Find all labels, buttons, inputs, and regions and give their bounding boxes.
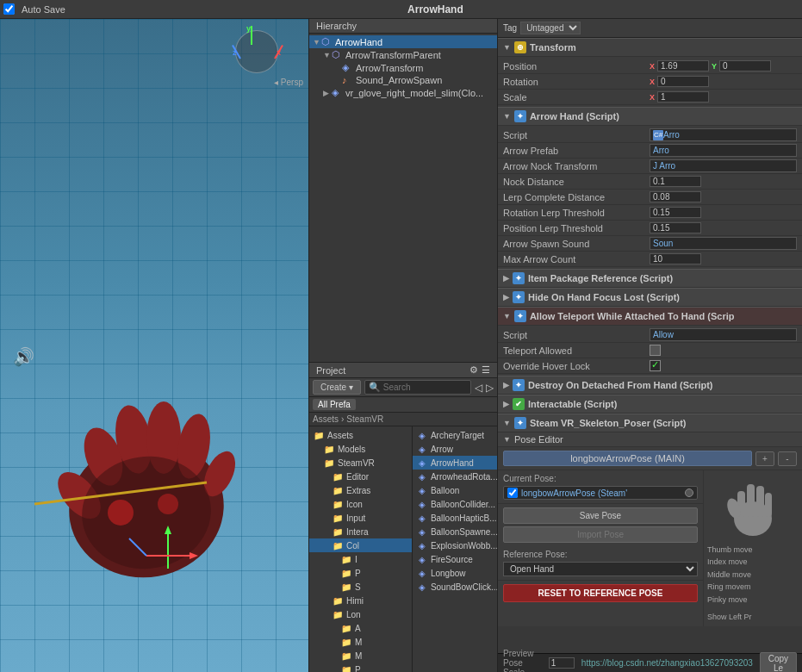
teleport-allowed-checkbox[interactable] [650, 345, 661, 356]
file-arrowheadrota[interactable]: ◈ ArrowheadRota... [413, 470, 497, 483]
inspector-body[interactable]: ▼ ⊕ Transform Position X Y Rotation [498, 38, 802, 653]
position-y[interactable] [719, 60, 771, 72]
arrow-spawn-sound-field[interactable]: Soun [650, 237, 797, 250]
rotation-lerp-row: Rotation Lerp Threshold [498, 205, 802, 221]
file-balloonspawn[interactable]: ◈ BalloonSpawne... [413, 525, 497, 538]
position-x[interactable] [657, 60, 709, 72]
teleport-header[interactable]: ▼ ✦ Allow Teleport While Attached To Han… [498, 307, 802, 326]
hierarchy-item-sound[interactable]: ♪ Sound_ArrowSpawn [309, 74, 497, 86]
import-pose-button[interactable]: Import Pose [503, 526, 698, 543]
file-icon-arrowhead: ◈ [416, 470, 428, 482]
proj-item-p[interactable]: 📁 P [309, 566, 412, 580]
hierarchy-item-arrowtransform[interactable]: ◈ ArrowTransform [309, 61, 497, 74]
tab-all-prefab[interactable]: All Prefa [313, 399, 356, 410]
nock-transform-field[interactable]: J Arro [650, 159, 797, 172]
arrowhand-component-header[interactable]: ▼ ✦ Arrow Hand (Script) [498, 107, 802, 126]
file-archerytarget[interactable]: ◈ ArcheryTarget [413, 428, 497, 442]
file-balloonhaptic[interactable]: ◈ BalloonHapticB... [413, 511, 497, 525]
hierarchy-item-arrowhand[interactable]: ▼ ⬡ ArrowHand [309, 35, 497, 48]
file-longbow[interactable]: ◈ Longbow [413, 566, 497, 580]
override-hover-checkbox[interactable] [650, 360, 661, 371]
folder-icon-himi: 📁 [332, 594, 344, 607]
transform-component-header[interactable]: ▼ ⊕ Transform [498, 38, 802, 57]
sx-label: X [650, 93, 655, 102]
hierarchy-tree[interactable]: ▼ ⬡ ArrowHand ▼ ⬡ ArrowTransformParent ◈ [309, 34, 497, 362]
proj-item-col[interactable]: 📁 Col [309, 538, 412, 552]
proj-item-a2[interactable]: 📁 A [309, 621, 412, 635]
scale-x[interactable] [657, 91, 709, 103]
proj-item-lon[interactable]: 📁 Lon [309, 607, 412, 621]
file-arrowhand[interactable]: ◈ ArrowHand [413, 456, 497, 470]
current-pose-selector[interactable] [685, 488, 693, 497]
script-field[interactable]: C# Arro [650, 128, 797, 141]
add-pose-button[interactable]: + [755, 451, 774, 466]
max-arrow-field[interactable] [650, 253, 701, 264]
itempackage-header[interactable]: ▶ ✦ Item Package Reference (Script) [498, 269, 802, 288]
folder-icon-m1: 📁 [340, 636, 352, 648]
file-balloon[interactable]: ◈ Balloon [413, 483, 497, 497]
proj-item-extras[interactable]: 📁 Extras [309, 483, 412, 497]
proj-item-intera[interactable]: 📁 Intera [309, 525, 412, 538]
file-soundbow[interactable]: ◈ SoundBowClick... [413, 580, 497, 594]
proj-item-i[interactable]: 📁 I [309, 552, 412, 566]
tag-select[interactable]: Untagged [520, 22, 581, 34]
skeletonposer-header[interactable]: ▼ ✦ Steam VR_Skeleton_Poser (Script) [498, 414, 802, 432]
lerp-complete-field[interactable] [650, 191, 701, 202]
arrow-prefab-field[interactable]: Arro [650, 144, 797, 157]
file-explosionwobb[interactable]: ◈ ExplosionWobb... [413, 538, 497, 552]
proj-nav-back[interactable]: ◁ [475, 382, 482, 394]
proj-item-assets[interactable]: 📁 Assets [309, 428, 412, 442]
remove-pose-button[interactable]: - [778, 451, 797, 466]
file-arrow[interactable]: ◈ Arrow [413, 442, 497, 456]
search-input[interactable] [383, 383, 467, 392]
finger-labels: Thumb move Index move Middle move Ring m… [707, 544, 799, 606]
proj-item-input[interactable]: 📁 Input [309, 511, 412, 525]
arrow-spawn-sound-value: Soun [653, 239, 673, 248]
proj-item-models[interactable]: 📁 Models [309, 442, 412, 456]
reset-to-reference-button[interactable]: RESET TO REFERENCE POSE [503, 584, 698, 602]
preview-scale-input[interactable] [549, 657, 575, 669]
destroy-icon: ✦ [513, 379, 525, 391]
nock-distance-field[interactable] [650, 176, 701, 187]
auto-save-checkbox[interactable] [3, 3, 15, 15]
interactable-header[interactable]: ▶ ✔ Interactable (Script) [498, 395, 802, 414]
reference-pose-select[interactable]: Open Hand [503, 562, 698, 576]
rotation-xyz[interactable]: X [650, 76, 709, 87]
position-lerp-field[interactable] [650, 222, 701, 233]
project-layout-icon[interactable]: ☰ [482, 364, 490, 376]
proj-item-s[interactable]: 📁 S [309, 580, 412, 594]
teleport-body: Script Allow Teleport Allowed Override H… [498, 326, 802, 376]
project-settings-icon[interactable]: ⚙ [469, 364, 478, 376]
hidehand-header[interactable]: ▶ ✦ Hide On Hand Focus Lost (Script) [498, 288, 802, 307]
proj-item-icon[interactable]: 📁 Icon [309, 497, 412, 511]
file-firesource[interactable]: ◈ FireSource [413, 552, 497, 566]
proj-item-m1[interactable]: 📁 M [309, 635, 412, 649]
search-box[interactable]: 🔍 [364, 380, 471, 395]
project-files[interactable]: ◈ ArcheryTarget ◈ Arrow ◈ ArrowHand ◈ Ar… [413, 426, 497, 672]
teleport-script-field[interactable]: Allow [650, 328, 797, 341]
project-tree[interactable]: 📁 Assets 📁 Models 📁 SteamVR 📁 Editor [309, 426, 413, 672]
project-tab-header[interactable]: Project ⚙ ☰ [309, 363, 497, 378]
current-pose-field[interactable]: longbowArrowPose (Steam' [503, 486, 698, 500]
destroy-header[interactable]: ▶ ✦ Destroy On Detached From Hand (Scrip… [498, 376, 802, 395]
position-xyz[interactable]: X Y [650, 60, 771, 72]
proj-item-editor[interactable]: 📁 Editor [309, 470, 412, 483]
main-pose-button[interactable]: longbowArrowPose (MAIN) [503, 451, 752, 466]
file-ballooncollider[interactable]: ◈ BalloonCollider... [413, 497, 497, 511]
viewport[interactable]: y z x ◂ Persp [0, 19, 308, 672]
rotation-lerp-field[interactable] [650, 207, 701, 218]
create-button[interactable]: Create ▾ [313, 380, 361, 395]
hierarchy-item-vrglove[interactable]: ▶ ◈ vr_glove_right_model_slim(Clo... [309, 86, 497, 99]
rotation-x[interactable] [657, 76, 709, 87]
proj-item-m2[interactable]: 📁 M [309, 649, 412, 663]
proj-item-p2[interactable]: 📁 P [309, 663, 412, 672]
copy-button[interactable]: Copy Le [760, 652, 797, 673]
proj-item-himi[interactable]: 📁 Himi [309, 594, 412, 607]
hierarchy-tab[interactable]: Hierarchy [309, 19, 497, 34]
current-pose-active-checkbox[interactable] [507, 488, 518, 498]
proj-nav-fwd[interactable]: ▷ [486, 382, 494, 394]
hierarchy-item-arrowtransformparent[interactable]: ▼ ⬡ ArrowTransformParent [309, 48, 497, 61]
save-pose-button[interactable]: Save Pose [503, 507, 698, 524]
proj-item-steamvr[interactable]: 📁 SteamVR [309, 456, 412, 470]
scale-xyz[interactable]: X [650, 91, 709, 103]
